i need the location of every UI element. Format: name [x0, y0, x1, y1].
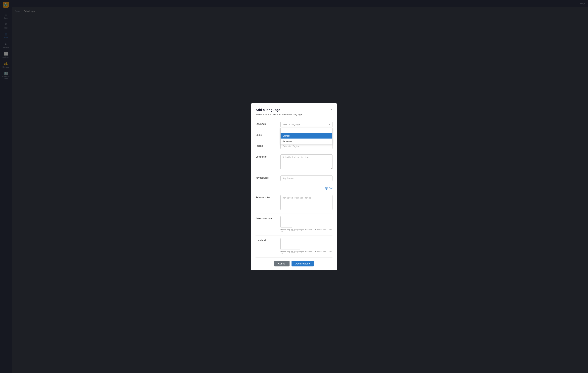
modal-header: Add a language ×	[255, 108, 333, 112]
add-language-button[interactable]: Add language	[292, 261, 314, 266]
language-dropdown: Chinese Japanese	[280, 128, 333, 144]
language-select-placeholder: Select a language	[283, 123, 300, 126]
add-key-feature-button[interactable]: + Add	[325, 187, 333, 190]
dropdown-search-input[interactable]	[281, 128, 332, 133]
icon-upload-hint: Upload png, jpg, jpeg images. Max size 1…	[280, 229, 333, 233]
thumbnail-control: Upload png, jpg, jpeg images. Max size 1…	[280, 238, 333, 255]
tagline-control	[280, 143, 333, 149]
key-features-input[interactable]	[280, 175, 333, 181]
modal-subtitle: Please enter the details for the chosen …	[255, 113, 333, 116]
dropdown-option-chinese[interactable]: Chinese	[281, 133, 332, 139]
thumbnail-label: Thumbnail	[255, 238, 277, 242]
thumbnail-upload-hint: Upload png, jpg, jpeg images. Max size 1…	[280, 251, 333, 255]
extensions-icon-label: Extensions icon	[255, 216, 277, 220]
release-notes-label: Release notes	[255, 195, 277, 199]
extensions-icon-control: + Upload png, jpg, jpeg images. Max size…	[280, 216, 333, 233]
language-label: Language	[255, 122, 277, 125]
release-notes-textarea[interactable]	[280, 195, 333, 210]
icon-upload-button[interactable]: +	[280, 216, 292, 228]
description-control	[280, 154, 333, 170]
key-features-label: Key features	[255, 175, 277, 179]
description-textarea[interactable]	[280, 154, 333, 169]
plus-icon: +	[285, 220, 287, 224]
description-row: Description	[255, 152, 333, 173]
language-row: Language Select a language ▲ Chinese Jap…	[255, 119, 333, 130]
language-select-button[interactable]: Select a language ▲	[280, 122, 333, 127]
release-notes-row: Release notes	[255, 192, 333, 213]
dropdown-option-japanese[interactable]: Japanese	[281, 139, 332, 144]
key-features-control	[280, 175, 333, 181]
description-label: Description	[255, 154, 277, 158]
modal-dialog: Add a language × Please enter the detail…	[251, 103, 337, 270]
name-label: Name	[255, 132, 277, 136]
key-features-row: Key features + Add	[255, 173, 333, 192]
language-control: Select a language ▲ Chinese Japanese	[280, 122, 333, 127]
thumbnail-row: Thumbnail Upload png, jpg, jpeg images. …	[255, 235, 333, 258]
extensions-icon-row: Extensions icon + Upload png, jpg, jpeg …	[255, 213, 333, 235]
tagline-label: Tagline	[255, 143, 277, 147]
chevron-up-icon: ▲	[328, 123, 330, 126]
cancel-button[interactable]: Cancel	[274, 261, 290, 266]
modal-footer: Cancel Add language	[255, 258, 333, 266]
close-button[interactable]: ×	[330, 108, 333, 111]
tagline-input[interactable]	[280, 143, 333, 149]
thumbnail-upload-button[interactable]	[280, 238, 300, 250]
add-circle-icon: +	[325, 187, 328, 190]
modal-title: Add a language	[255, 108, 280, 112]
release-notes-control	[280, 195, 333, 211]
modal-overlay: Add a language × Please enter the detail…	[0, 0, 588, 373]
